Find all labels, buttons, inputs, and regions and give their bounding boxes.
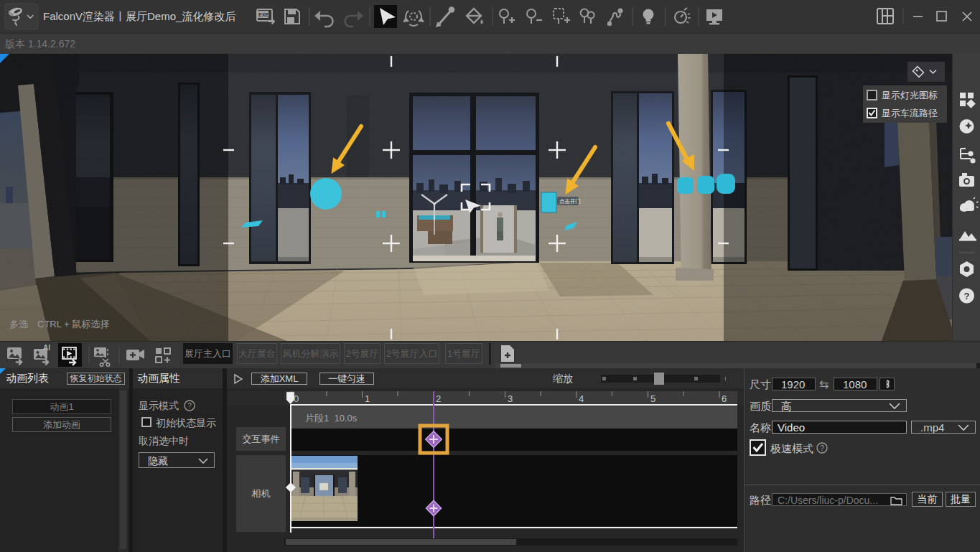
svg-text:点击开门: 点击开门: [559, 198, 581, 205]
svg-text:2: 2: [436, 393, 441, 404]
svg-text:3: 3: [508, 393, 513, 404]
svg-text:EXE: EXE: [258, 12, 269, 17]
svg-text:?: ?: [187, 402, 192, 410]
svg-text:1: 1: [365, 393, 370, 404]
svg-text:6: 6: [722, 393, 727, 404]
svg-text:AI: AI: [43, 344, 50, 352]
svg-text:5: 5: [650, 393, 655, 404]
svg-text:多选 CTRL + 鼠标选择: 多选 CTRL + 鼠标选择: [9, 319, 109, 329]
svg-text:?: ?: [820, 444, 824, 452]
svg-text:4: 4: [579, 393, 584, 404]
svg-text:?: ?: [964, 291, 970, 301]
